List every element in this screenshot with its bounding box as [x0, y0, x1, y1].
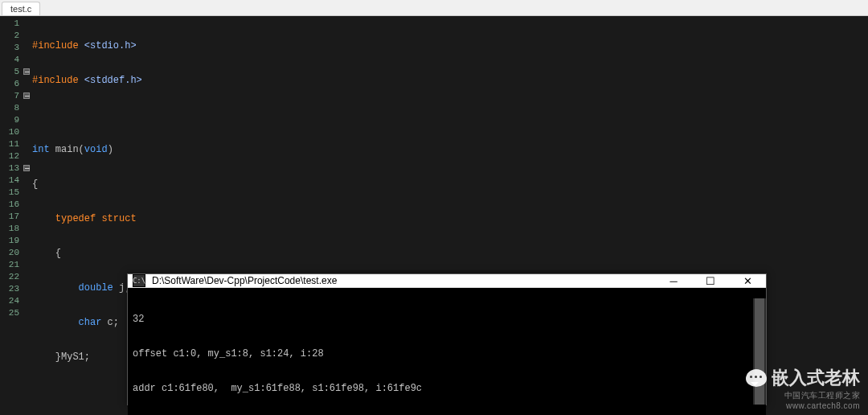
tab-file[interactable]: test.c: [2, 2, 40, 15]
minimize-button[interactable]: ─: [655, 274, 692, 287]
line-number: 8: [0, 102, 23, 114]
line-number: 22: [0, 271, 23, 283]
line-number: 24: [0, 295, 23, 307]
line-number: 20: [0, 247, 23, 259]
line-number: 3: [0, 42, 23, 54]
line-number: 17: [0, 211, 23, 223]
console-scrollbar[interactable]: [753, 298, 766, 405]
console-line: 32: [133, 314, 761, 326]
line-number: 4: [0, 54, 23, 66]
line-number: 9: [0, 114, 23, 126]
line-number: 16: [0, 199, 23, 211]
line-number: 12: [0, 150, 23, 162]
console-title: D:\SoftWare\Dev-Cpp\ProjectCode\test.exe: [150, 275, 655, 286]
line-number: 11: [0, 138, 23, 150]
tab-bar: test.c: [0, 0, 868, 16]
console-titlebar[interactable]: C:\ D:\SoftWare\Dev-Cpp\ProjectCode\test…: [128, 274, 766, 288]
console-window[interactable]: C:\ D:\SoftWare\Dev-Cpp\ProjectCode\test…: [127, 273, 767, 405]
console-line: offset c1:0, my_s1:8, s1:24, i:28: [133, 348, 761, 360]
console-icon: C:\: [133, 274, 145, 287]
line-number: 23: [0, 283, 23, 295]
maximize-button[interactable]: ☐: [692, 274, 729, 287]
scrollbar-thumb[interactable]: [755, 298, 764, 405]
close-button[interactable]: ✕: [729, 274, 766, 287]
line-number: 10: [0, 126, 23, 138]
line-number: 6: [0, 78, 23, 90]
line-number: 13: [0, 162, 23, 175]
fold-toggle-icon[interactable]: [23, 92, 30, 99]
console-output[interactable]: 32 offset c1:0, my_s1:8, s1:24, i:28 add…: [128, 288, 766, 415]
line-number: 14: [0, 175, 23, 187]
line-number: 1: [0, 18, 23, 30]
line-number: 21: [0, 259, 23, 271]
console-line: addr c1:61fe80, my_s1:61fe88, s1:61fe98,…: [133, 383, 761, 395]
line-number: 19: [0, 235, 23, 247]
line-number: 7: [0, 90, 23, 102]
fold-toggle-icon[interactable]: [23, 165, 30, 171]
fold-toggle-icon[interactable]: [23, 68, 30, 75]
fold-column: [23, 16, 32, 415]
line-gutter: 1 2 3 4 5 6 7 8 9 10 11 12 13 14 15 16 1…: [0, 16, 23, 415]
line-number: 25: [0, 307, 23, 319]
line-number: 5: [0, 66, 23, 78]
line-number: 18: [0, 223, 23, 235]
line-number: 2: [0, 30, 23, 42]
line-number: 15: [0, 187, 23, 199]
